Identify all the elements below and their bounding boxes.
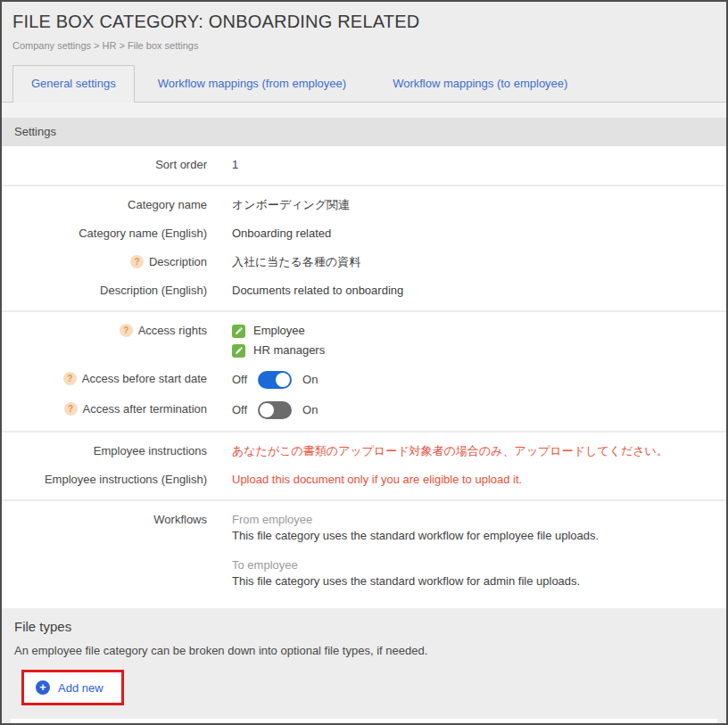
toggle-on-label: On	[302, 372, 318, 388]
breadcrumb: Company settings > HR > File box setting…	[12, 40, 716, 51]
empty-file-types-notice: i There are no registered file types.	[11, 719, 717, 725]
add-new-highlight-box: + Add new	[21, 670, 124, 705]
row-access-rights: ? Access rights Employee HR manag	[2, 317, 726, 365]
access-rights-item-label: HR managers	[253, 342, 325, 358]
access-before-start-date-toggle[interactable]	[258, 371, 292, 389]
workflow-to-employee-title: To employee	[232, 557, 726, 573]
toggle-off-label: Off	[232, 402, 247, 418]
help-icon[interactable]: ?	[120, 324, 133, 337]
workflow-from-employee-text: This file category uses the standard wor…	[232, 528, 726, 544]
access-rights-item-hr-managers: HR managers	[232, 342, 726, 358]
tab-general-settings[interactable]: General settings	[12, 65, 135, 103]
workflow-from-employee: From employee This file category uses th…	[232, 512, 726, 544]
help-icon[interactable]: ?	[63, 372, 77, 385]
tab-workflow-mappings-to-employee[interactable]: Workflow mappings (to employee)	[369, 66, 591, 102]
row-category-name-english: Category name (English) Onboarding relat…	[2, 219, 726, 248]
description-label: Description	[149, 254, 207, 270]
description-english-value: Documents related to onboarding	[207, 283, 726, 299]
row-employee-instructions: Employee instructions あなたがこの書類のアップロード対象者…	[2, 437, 726, 465]
tab-bar: General settings Workflow mappings (from…	[2, 65, 726, 103]
category-name-label: Category name	[128, 197, 207, 213]
access-after-termination-label: Access after termination	[83, 401, 207, 417]
employee-instructions-value: あなたがこの書類のアップロード対象者の場合のみ、アップロードしてください。	[207, 443, 726, 459]
tab-content-gap	[2, 103, 726, 118]
category-name-english-label: Category name (English)	[79, 226, 207, 242]
row-description-english: Description (English) Documents related …	[2, 276, 726, 305]
settings-group-sort: Sort order 1	[2, 146, 726, 186]
settings-body: Sort order 1 Category name オンボーディング関連 Ca…	[2, 146, 726, 608]
sort-order-value: 1	[207, 157, 726, 173]
row-access-after-termination: ? Access after termination Off On	[2, 395, 726, 425]
row-description: ? Description 入社に当たる各種の資料	[2, 248, 726, 276]
edit-pencil-icon	[232, 325, 245, 338]
page-header: FILE BOX CATEGORY: ONBOARDING RELATED Co…	[2, 2, 726, 51]
file-types-description: An employee file category can be broken …	[14, 644, 714, 657]
workflows-value: From employee This file category uses th…	[207, 512, 726, 597]
row-workflows: Workflows From employee This file catego…	[2, 506, 726, 603]
access-rights-value: Employee HR managers	[207, 323, 726, 358]
row-category-name: Category name オンボーディング関連	[2, 191, 726, 219]
file-types-header: File types	[14, 619, 714, 634]
settings-group-access: ? Access rights Employee HR manag	[2, 312, 726, 433]
employee-instructions-english-label: Employee instructions (English)	[45, 472, 207, 488]
add-new-button[interactable]: + Add new	[36, 680, 103, 695]
row-access-before-start-date: ? Access before start date Off On	[2, 365, 726, 395]
access-rights-item-label: Employee	[253, 323, 305, 339]
access-rights-item-employee: Employee	[232, 323, 726, 339]
access-after-termination-toggle[interactable]	[258, 401, 292, 419]
file-types-section: File types An employee file category can…	[2, 608, 726, 705]
description-value: 入社に当たる各種の資料	[207, 254, 726, 270]
row-employee-instructions-english: Employee instructions (English) Upload t…	[2, 465, 726, 494]
workflow-to-employee: To employee This file category uses the …	[232, 557, 726, 589]
toggle-knob	[276, 373, 290, 387]
page-title: FILE BOX CATEGORY: ONBOARDING RELATED	[12, 12, 716, 32]
workflows-label: Workflows	[153, 512, 207, 528]
category-name-english-value: Onboarding related	[207, 226, 726, 242]
settings-group-workflows: Workflows From employee This file catego…	[2, 501, 726, 608]
settings-group-instructions: Employee instructions あなたがこの書類のアップロード対象者…	[2, 433, 726, 501]
help-icon[interactable]: ?	[130, 255, 144, 268]
description-english-label: Description (English)	[100, 283, 207, 299]
access-before-start-date-label: Access before start date	[82, 371, 207, 387]
help-icon[interactable]: ?	[64, 402, 78, 416]
sort-order-label: Sort order	[155, 157, 207, 173]
workflow-to-employee-text: This file category uses the standard wor…	[232, 573, 726, 589]
toggle-off-label: Off	[232, 372, 247, 388]
page-frame: FILE BOX CATEGORY: ONBOARDING RELATED Co…	[0, 0, 728, 725]
edit-pencil-icon	[232, 344, 245, 358]
settings-group-names: Category name オンボーディング関連 Category name (…	[2, 186, 726, 312]
row-sort-order: Sort order 1	[2, 151, 726, 179]
settings-section-header: Settings	[2, 118, 726, 146]
access-rights-label: Access rights	[138, 323, 207, 339]
category-name-value: オンボーディング関連	[207, 197, 726, 213]
tab-workflow-mappings-from-employee[interactable]: Workflow mappings (from employee)	[135, 66, 369, 102]
toggle-knob	[260, 403, 274, 417]
employee-instructions-english-value: Upload this document only if you are eli…	[207, 472, 726, 488]
employee-instructions-label: Employee instructions	[94, 443, 207, 459]
add-new-label: Add new	[58, 681, 103, 695]
plus-circle-icon: +	[36, 680, 50, 695]
workflow-from-employee-title: From employee	[232, 512, 726, 528]
toggle-on-label: On	[302, 402, 318, 418]
